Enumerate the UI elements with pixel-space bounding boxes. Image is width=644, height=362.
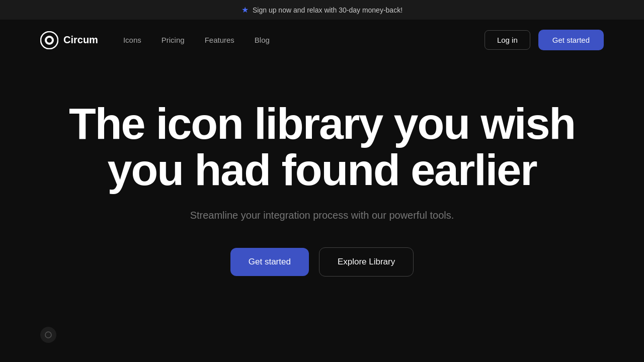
svg-point-3 [45, 332, 51, 338]
bottom-decorative-icon [44, 331, 52, 339]
nav-get-started-button[interactable]: Get started [538, 30, 604, 50]
nav-left: Circum Icons Pricing Features Blog [40, 31, 270, 49]
top-banner: ★ Sign up now and relax with 30-day mone… [0, 0, 644, 20]
svg-point-2 [47, 38, 52, 43]
nav-link-blog[interactable]: Blog [255, 36, 270, 44]
logo-icon [40, 31, 58, 49]
bottom-section [0, 307, 644, 353]
bottom-icon [40, 327, 56, 343]
logo-text: Circum [63, 34, 98, 46]
hero-section: The icon library you wish you had found … [0, 60, 644, 307]
banner-text: Sign up now and relax with 30-day money-… [253, 6, 403, 14]
hero-title: The icon library you wish you had found … [45, 101, 599, 194]
hero-buttons: Get started Explore Library [230, 247, 414, 277]
star-icon: ★ [242, 5, 249, 15]
nav-links: Icons Pricing Features Blog [123, 36, 270, 45]
logo-link[interactable]: Circum [40, 31, 98, 49]
navbar: Circum Icons Pricing Features Blog Log i… [0, 20, 644, 60]
nav-right: Log in Get started [485, 30, 604, 50]
login-button[interactable]: Log in [485, 30, 530, 50]
hero-subtitle: Streamline your integration process with… [190, 210, 454, 221]
nav-link-features[interactable]: Features [205, 36, 234, 44]
explore-library-button[interactable]: Explore Library [319, 247, 414, 277]
nav-link-pricing[interactable]: Pricing [162, 36, 185, 44]
nav-link-icons[interactable]: Icons [123, 36, 141, 44]
hero-get-started-button[interactable]: Get started [230, 248, 309, 276]
